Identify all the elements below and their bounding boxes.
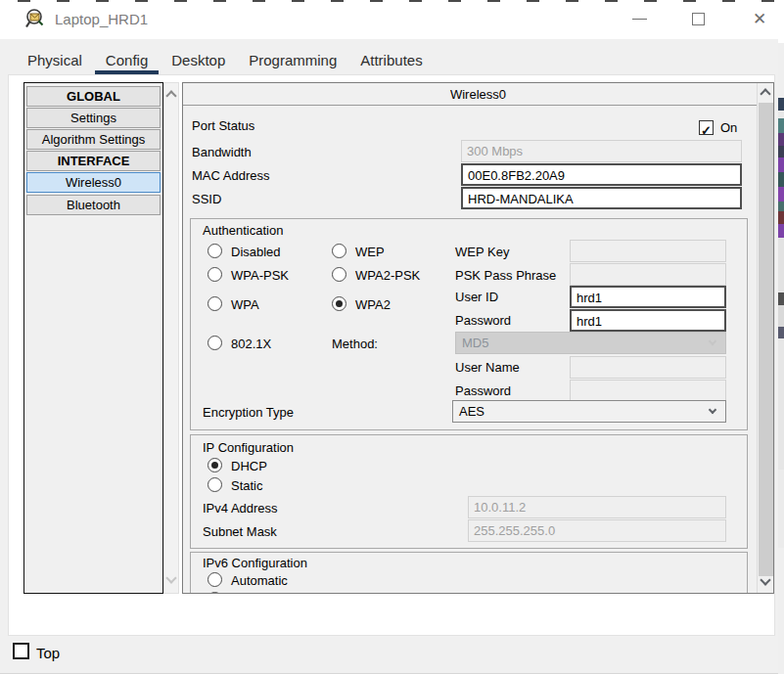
psk-pass-phrase-label: PSK Pass Phrase xyxy=(455,268,556,283)
subnet-mask-label: Subnet Mask xyxy=(203,524,277,539)
password2-field xyxy=(570,380,726,402)
radio-wpa-label: WPA xyxy=(231,297,259,312)
ip-configuration-group: IP Configuration DHCP Static IPv4 Addres… xyxy=(190,434,748,549)
config-sidebar: GLOBAL Settings Algorithm Settings INTER… xyxy=(23,82,163,594)
password2-label: Password xyxy=(455,383,511,398)
tab-config[interactable]: Config xyxy=(95,47,159,74)
sidebar-item-bluetooth[interactable]: Bluetooth xyxy=(26,195,161,215)
subnet-mask-field: 255.255.255.0 xyxy=(468,519,726,542)
maximize-button[interactable] xyxy=(683,0,728,39)
scroll-up-icon[interactable] xyxy=(165,90,176,101)
user-id-label: User ID xyxy=(455,290,498,304)
ssid-field[interactable]: HRD-MANDALIKA xyxy=(461,187,742,209)
tab-programming[interactable]: Programming xyxy=(238,47,347,74)
close-icon: ✕ xyxy=(753,10,766,28)
ip-configuration-title: IP Configuration xyxy=(203,440,294,455)
bandwidth-field: 300 Mbps xyxy=(461,140,742,162)
radio-8021x-label: 802.1X xyxy=(231,337,271,351)
wireless0-panel: Wireless0 Port Status ✓ On Bandwidth 300… xyxy=(182,82,774,594)
ipv6-configuration-group: IPv6 Configuration Automatic xyxy=(190,552,748,594)
radio-static-label: Static xyxy=(231,478,263,493)
sidebar-item-algorithm-settings[interactable]: Algorithm Settings xyxy=(26,129,161,150)
radio-wpa2-psk[interactable] xyxy=(332,267,346,282)
radio-wpa2-label: WPA2 xyxy=(355,297,391,312)
radio-wpa[interactable] xyxy=(208,296,222,311)
footer-bar: Top xyxy=(0,637,778,674)
password-field[interactable]: hrd1 xyxy=(570,309,726,332)
encryption-type-dropdown[interactable]: AES xyxy=(452,400,726,423)
radio-ipv6-static-partial[interactable] xyxy=(208,592,222,594)
inspect-magnifier-icon xyxy=(25,9,45,28)
chevron-down-icon xyxy=(709,337,716,345)
radio-dhcp-label: DHCP xyxy=(231,459,267,473)
radio-disabled[interactable] xyxy=(208,244,222,258)
ipv6-configuration-title: IPv6 Configuration xyxy=(203,556,307,570)
radio-wpa-psk-label: WPA-PSK xyxy=(231,268,289,283)
scroll-down-icon[interactable] xyxy=(760,574,770,585)
top-checkbox-label: Top xyxy=(36,645,60,661)
scrollbar-thumb[interactable] xyxy=(759,103,773,576)
sidebar-header-global[interactable]: GLOBAL xyxy=(26,86,161,107)
minimize-button[interactable] xyxy=(624,0,669,39)
psk-pass-phrase-field xyxy=(570,263,726,286)
radio-wpa2[interactable] xyxy=(332,296,346,311)
user-name-field xyxy=(570,356,726,379)
top-checkbox[interactable] xyxy=(13,643,29,659)
mac-address-field[interactable]: 00E0.8FB2.20A9 xyxy=(461,163,742,186)
ipv4-address-label: IPv4 Address xyxy=(203,501,278,516)
scroll-down-icon[interactable] xyxy=(165,572,176,583)
encryption-type-value: AES xyxy=(459,404,484,419)
bandwidth-label: Bandwidth xyxy=(192,145,252,159)
background-app-sliver-right xyxy=(778,0,784,674)
authentication-title: Authentication xyxy=(203,223,283,238)
radio-8021x[interactable] xyxy=(208,336,222,350)
method-label: Method: xyxy=(332,337,378,351)
background-app-sliver-top xyxy=(0,0,778,2)
panel-title: Wireless0 xyxy=(183,83,773,106)
port-status-checkbox[interactable]: ✓ xyxy=(699,120,714,135)
tab-desktop[interactable]: Desktop xyxy=(161,47,236,74)
chevron-down-icon xyxy=(709,406,716,414)
method-dropdown: MD5 xyxy=(455,332,726,354)
user-name-label: User Name xyxy=(455,360,520,375)
ssid-label: SSID xyxy=(192,192,221,206)
radio-disabled-label: Disabled xyxy=(231,245,281,259)
maximize-icon xyxy=(692,13,705,25)
tab-physical[interactable]: Physical xyxy=(17,47,93,74)
radio-dhcp[interactable] xyxy=(208,458,222,472)
device-config-window: Laptop_HRD1 ✕ Physical Config Desktop Pr… xyxy=(0,0,784,674)
sidebar-scrollbar[interactable] xyxy=(163,82,179,594)
check-icon: ✓ xyxy=(701,123,712,138)
window-title: Laptop_HRD1 xyxy=(55,11,148,27)
wep-key-label: WEP Key xyxy=(455,245,509,259)
title-bar: Laptop_HRD1 ✕ xyxy=(0,0,778,39)
password-label: Password xyxy=(455,313,511,328)
scroll-up-icon[interactable] xyxy=(760,88,770,99)
sidebar-item-settings[interactable]: Settings xyxy=(26,108,161,128)
sidebar-item-wireless0[interactable]: Wireless0 xyxy=(26,172,161,193)
port-status-label: Port Status xyxy=(192,118,254,133)
close-button[interactable]: ✕ xyxy=(741,0,778,39)
authentication-group: Authentication Disabled WEP WEP Key WPA-… xyxy=(190,218,748,430)
radio-wep[interactable] xyxy=(332,244,346,258)
minimize-icon xyxy=(632,19,647,20)
radio-wpa-psk[interactable] xyxy=(208,267,222,282)
tab-attributes[interactable]: Attributes xyxy=(349,47,433,74)
radio-wep-label: WEP xyxy=(355,245,385,259)
wep-key-field xyxy=(570,240,726,262)
ipv4-address-field: 10.0.11.2 xyxy=(468,496,726,518)
encryption-type-label: Encryption Type xyxy=(203,405,294,420)
sidebar-header-interface[interactable]: INTERFACE xyxy=(26,151,161,171)
method-value: MD5 xyxy=(462,336,488,350)
radio-static[interactable] xyxy=(208,477,222,492)
tab-bar: Physical Config Desktop Programming Attr… xyxy=(17,47,436,74)
port-status-on-label: On xyxy=(720,120,737,135)
radio-wpa2-psk-label: WPA2-PSK xyxy=(355,268,420,283)
mac-address-label: MAC Address xyxy=(192,168,269,183)
user-id-field[interactable]: hrd1 xyxy=(570,286,726,308)
radio-ipv6-automatic-label: Automatic xyxy=(231,573,288,588)
radio-ipv6-automatic[interactable] xyxy=(208,572,222,587)
panel-scrollbar[interactable] xyxy=(757,83,773,593)
